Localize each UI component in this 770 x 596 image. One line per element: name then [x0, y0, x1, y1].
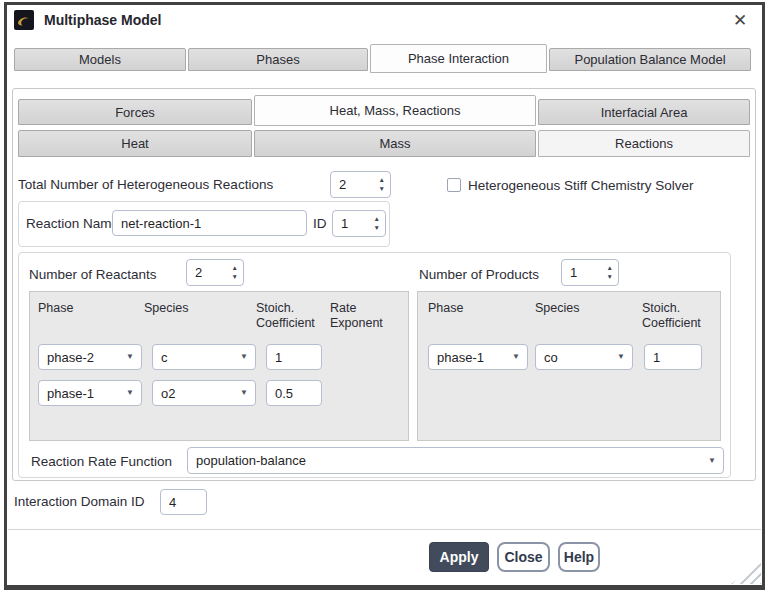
dropdown-caret-icon: ▼ — [708, 457, 716, 465]
tab-forces[interactable]: Forces — [18, 99, 252, 125]
tab-heat[interactable]: Heat — [18, 130, 252, 157]
resize-grip-icon[interactable] — [731, 563, 761, 584]
separator — [8, 529, 761, 530]
reactant-coeff-input[interactable] — [266, 344, 322, 370]
spinner-down-icon[interactable]: ▼ — [607, 274, 613, 281]
tab-phases[interactable]: Phases — [188, 48, 368, 71]
product-species-select[interactable]: co ▼ — [535, 344, 633, 370]
spinner-up-icon[interactable]: ▲ — [232, 265, 238, 272]
tab-heat-mass-reactions[interactable]: Heat, Mass, Reactions — [254, 95, 536, 126]
reactant-species-select[interactable]: c ▼ — [152, 344, 256, 370]
interaction-domain-input[interactable] — [160, 489, 207, 515]
spinner-up-icon[interactable]: ▲ — [607, 265, 613, 272]
spinner-up-icon[interactable]: ▲ — [374, 216, 380, 223]
dropdown-caret-icon: ▼ — [126, 353, 134, 361]
column-header-stoich-coefficient: Stoich. Coefficient — [642, 301, 712, 331]
num-reactants-spinner[interactable]: 2 ▲ ▼ — [186, 259, 244, 286]
dropdown-caret-icon: ▼ — [240, 389, 248, 397]
stiff-chemistry-label: Heterogeneous Stiff Chemistry Solver — [468, 174, 694, 196]
spinner-down-icon[interactable]: ▼ — [232, 274, 238, 281]
num-reactants-label: Number of Reactants — [29, 262, 157, 286]
column-header-species: Species — [535, 301, 579, 316]
reactants-table: Phase Species Stoich. Coefficient Rate E… — [29, 291, 409, 441]
tab-mass[interactable]: Mass — [254, 130, 536, 157]
total-reactions-value: 2 — [339, 177, 346, 192]
num-reactants-value: 2 — [195, 265, 202, 280]
reaction-name-label: Reaction Name — [26, 211, 119, 235]
close-icon: ✕ — [733, 10, 747, 31]
num-products-label: Number of Products — [419, 262, 539, 286]
column-header-phase: Phase — [428, 301, 463, 316]
spinner-down-icon[interactable]: ▼ — [374, 225, 380, 232]
dropdown-caret-icon: ▼ — [617, 353, 625, 361]
total-reactions-spinner[interactable]: 2 ▲ ▼ — [330, 171, 391, 198]
reaction-definition-group: Number of Reactants 2 ▲ ▼ Number of Prod… — [18, 252, 731, 478]
column-header-stoich-coefficient: Stoich. Coefficient — [256, 301, 326, 331]
total-reactions-label: Total Number of Heterogeneous Reactions — [18, 172, 273, 196]
column-header-phase: Phase — [38, 301, 73, 316]
reactant-phase-select[interactable]: phase-2 ▼ — [38, 344, 142, 370]
fluent-logo-icon — [14, 10, 34, 30]
column-header-species: Species — [144, 301, 188, 316]
reaction-name-input[interactable] — [112, 210, 307, 236]
spinner-down-icon[interactable]: ▼ — [379, 186, 385, 193]
dropdown-caret-icon: ▼ — [240, 353, 248, 361]
product-phase-select[interactable]: phase-1 ▼ — [428, 344, 528, 370]
tab-interfacial-area[interactable]: Interfacial Area — [538, 99, 750, 125]
multiphase-model-dialog: Multiphase Model ✕ Models Phases Phase I… — [0, 0, 770, 596]
tab-reactions[interactable]: Reactions — [538, 130, 750, 157]
apply-button[interactable]: Apply — [429, 542, 489, 572]
close-button[interactable]: Close — [497, 542, 550, 572]
tab-models[interactable]: Models — [14, 48, 186, 71]
dropdown-caret-icon: ▼ — [126, 389, 134, 397]
reaction-id-label: ID — [313, 211, 327, 235]
num-products-value: 1 — [570, 265, 577, 280]
product-coeff-input[interactable] — [644, 344, 702, 370]
spinner-up-icon[interactable]: ▲ — [379, 177, 385, 184]
dropdown-caret-icon: ▼ — [512, 353, 520, 361]
num-products-spinner[interactable]: 1 ▲ ▼ — [561, 259, 619, 286]
stiff-chemistry-checkbox[interactable] — [447, 178, 461, 192]
products-table: Phase Species Stoich. Coefficient phase-… — [417, 291, 721, 441]
rate-function-select[interactable]: population-balance ▼ — [187, 447, 724, 474]
tab-phase-interaction[interactable]: Phase Interaction — [370, 44, 547, 73]
reactant-phase-select[interactable]: phase-1 ▼ — [38, 380, 142, 406]
reaction-id-spinner[interactable]: 1 ▲ ▼ — [332, 210, 386, 237]
reactant-species-select[interactable]: o2 ▼ — [152, 380, 256, 406]
tab-population-balance-model[interactable]: Population Balance Model — [549, 48, 751, 71]
column-header-rate-exponent: Rate Exponent — [330, 301, 390, 331]
interaction-domain-label: Interaction Domain ID — [14, 489, 145, 514]
help-button[interactable]: Help — [558, 542, 600, 572]
rate-function-label: Reaction Rate Function — [31, 449, 172, 473]
dialog-title: Multiphase Model — [44, 10, 161, 30]
close-icon-button[interactable]: ✕ — [728, 8, 752, 32]
reactant-coeff-input[interactable] — [266, 380, 322, 406]
reaction-id-value: 1 — [341, 216, 348, 231]
